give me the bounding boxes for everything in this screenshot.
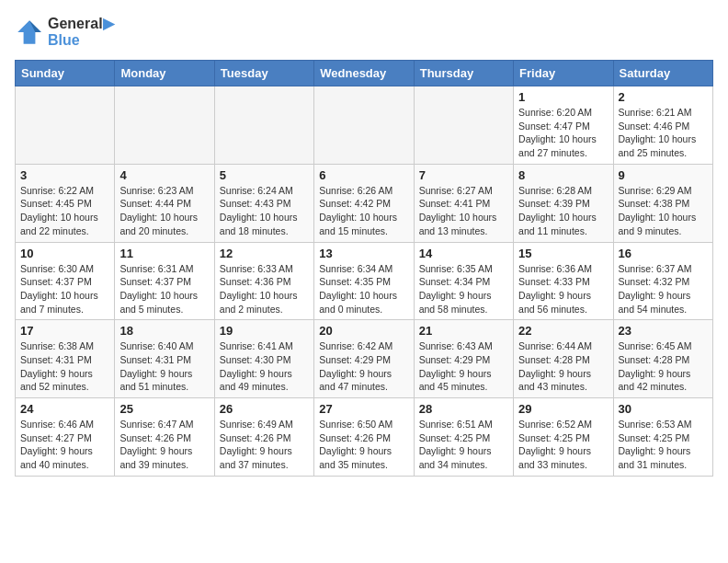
- day-cell-6: 6 Sunrise: 6:26 AM Sunset: 4:42 PM Dayli…: [314, 164, 414, 242]
- day-info: Sunrise: 6:35 AM Sunset: 4:34 PM Dayligh…: [419, 262, 508, 316]
- day-number: 8: [518, 168, 608, 182]
- weekday-header-sunday: Sunday: [16, 61, 115, 86]
- day-info: Sunrise: 6:30 AM Sunset: 4:37 PM Dayligh…: [20, 262, 109, 316]
- weekday-header-wednesday: Wednesday: [314, 61, 414, 86]
- day-info: Sunrise: 6:26 AM Sunset: 4:42 PM Dayligh…: [319, 184, 408, 238]
- day-number: 13: [319, 247, 408, 260]
- day-cell-2: 2 Sunrise: 6:21 AM Sunset: 4:46 PM Dayli…: [613, 86, 712, 165]
- day-cell-27: 27 Sunrise: 6:50 AM Sunset: 4:26 PM Dayl…: [314, 398, 414, 477]
- empty-cell: [214, 86, 313, 165]
- day-info: Sunrise: 6:44 AM Sunset: 4:28 PM Dayligh…: [518, 339, 608, 394]
- day-cell-25: 25 Sunrise: 6:47 AM Sunset: 4:26 PM Dayl…: [115, 398, 214, 477]
- day-cell-17: 17 Sunrise: 6:38 AM Sunset: 4:31 PM Dayl…: [16, 320, 115, 398]
- day-number: 25: [119, 402, 209, 416]
- weekday-header-row: SundayMondayTuesdayWednesdayThursdayFrid…: [16, 61, 713, 86]
- day-info: Sunrise: 6:49 AM Sunset: 4:26 PM Dayligh…: [220, 418, 309, 472]
- day-info: Sunrise: 6:53 AM Sunset: 4:25 PM Dayligh…: [619, 418, 708, 472]
- day-cell-18: 18 Sunrise: 6:40 AM Sunset: 4:31 PM Dayl…: [115, 320, 214, 398]
- day-info: Sunrise: 6:21 AM Sunset: 4:46 PM Dayligh…: [619, 106, 708, 160]
- day-info: Sunrise: 6:52 AM Sunset: 4:25 PM Dayligh…: [518, 418, 608, 472]
- day-cell-8: 8 Sunrise: 6:28 AM Sunset: 4:39 PM Dayli…: [514, 164, 613, 242]
- weekday-header-thursday: Thursday: [414, 61, 513, 86]
- day-number: 28: [419, 402, 508, 416]
- week-row-1: 1 Sunrise: 6:20 AM Sunset: 4:47 PM Dayli…: [16, 86, 713, 165]
- day-number: 30: [619, 402, 708, 416]
- day-info: Sunrise: 6:43 AM Sunset: 4:29 PM Dayligh…: [419, 339, 508, 394]
- day-info: Sunrise: 6:42 AM Sunset: 4:29 PM Dayligh…: [319, 339, 408, 394]
- day-cell-15: 15 Sunrise: 6:36 AM Sunset: 4:33 PM Dayl…: [514, 242, 613, 320]
- day-cell-24: 24 Sunrise: 6:46 AM Sunset: 4:27 PM Dayl…: [16, 398, 115, 477]
- day-info: Sunrise: 6:29 AM Sunset: 4:38 PM Dayligh…: [619, 184, 708, 238]
- day-number: 24: [20, 402, 109, 416]
- empty-cell: [115, 86, 214, 165]
- day-cell-12: 12 Sunrise: 6:33 AM Sunset: 4:36 PM Dayl…: [214, 242, 313, 320]
- day-info: Sunrise: 6:38 AM Sunset: 4:31 PM Dayligh…: [20, 339, 109, 394]
- weekday-header-friday: Friday: [514, 61, 613, 86]
- day-number: 7: [419, 168, 508, 182]
- day-cell-13: 13 Sunrise: 6:34 AM Sunset: 4:35 PM Dayl…: [314, 242, 414, 320]
- day-cell-3: 3 Sunrise: 6:22 AM Sunset: 4:45 PM Dayli…: [16, 164, 115, 242]
- day-info: Sunrise: 6:40 AM Sunset: 4:31 PM Dayligh…: [119, 339, 209, 394]
- day-number: 15: [518, 247, 608, 260]
- day-cell-7: 7 Sunrise: 6:27 AM Sunset: 4:41 PM Dayli…: [414, 164, 513, 242]
- day-cell-16: 16 Sunrise: 6:37 AM Sunset: 4:32 PM Dayl…: [613, 242, 712, 320]
- empty-cell: [314, 86, 414, 165]
- day-number: 20: [319, 324, 408, 338]
- week-row-5: 24 Sunrise: 6:46 AM Sunset: 4:27 PM Dayl…: [16, 398, 713, 477]
- day-cell-11: 11 Sunrise: 6:31 AM Sunset: 4:37 PM Dayl…: [115, 242, 214, 320]
- day-info: Sunrise: 6:23 AM Sunset: 4:44 PM Dayligh…: [119, 184, 209, 238]
- day-info: Sunrise: 6:34 AM Sunset: 4:35 PM Dayligh…: [319, 262, 408, 316]
- day-cell-22: 22 Sunrise: 6:44 AM Sunset: 4:28 PM Dayl…: [514, 320, 613, 398]
- logo-icon: [15, 17, 44, 47]
- day-cell-21: 21 Sunrise: 6:43 AM Sunset: 4:29 PM Dayl…: [414, 320, 513, 398]
- day-number: 27: [319, 402, 408, 416]
- day-number: 18: [119, 324, 209, 338]
- day-number: 11: [119, 247, 209, 260]
- day-cell-4: 4 Sunrise: 6:23 AM Sunset: 4:44 PM Dayli…: [115, 164, 214, 242]
- day-number: 22: [518, 324, 608, 338]
- day-cell-30: 30 Sunrise: 6:53 AM Sunset: 4:25 PM Dayl…: [613, 398, 712, 477]
- day-info: Sunrise: 6:45 AM Sunset: 4:28 PM Dayligh…: [619, 339, 708, 394]
- day-number: 17: [20, 324, 109, 338]
- day-cell-23: 23 Sunrise: 6:45 AM Sunset: 4:28 PM Dayl…: [613, 320, 712, 398]
- calendar-body: 1 Sunrise: 6:20 AM Sunset: 4:47 PM Dayli…: [16, 86, 713, 477]
- day-cell-29: 29 Sunrise: 6:52 AM Sunset: 4:25 PM Dayl…: [514, 398, 613, 477]
- day-info: Sunrise: 6:37 AM Sunset: 4:32 PM Dayligh…: [619, 262, 708, 316]
- week-row-3: 10 Sunrise: 6:30 AM Sunset: 4:37 PM Dayl…: [16, 242, 713, 320]
- day-number: 6: [319, 168, 408, 182]
- day-info: Sunrise: 6:27 AM Sunset: 4:41 PM Dayligh…: [419, 184, 508, 238]
- day-cell-26: 26 Sunrise: 6:49 AM Sunset: 4:26 PM Dayl…: [214, 398, 313, 477]
- day-info: Sunrise: 6:51 AM Sunset: 4:25 PM Dayligh…: [419, 418, 508, 472]
- day-cell-19: 19 Sunrise: 6:41 AM Sunset: 4:30 PM Dayl…: [214, 320, 313, 398]
- day-info: Sunrise: 6:46 AM Sunset: 4:27 PM Dayligh…: [20, 418, 109, 472]
- day-number: 2: [619, 90, 708, 104]
- logo-text: General▶ Blue: [48, 15, 114, 49]
- day-info: Sunrise: 6:47 AM Sunset: 4:26 PM Dayligh…: [119, 418, 209, 472]
- day-info: Sunrise: 6:41 AM Sunset: 4:30 PM Dayligh…: [220, 339, 309, 394]
- day-number: 5: [220, 168, 309, 182]
- day-info: Sunrise: 6:50 AM Sunset: 4:26 PM Dayligh…: [319, 418, 408, 472]
- day-cell-14: 14 Sunrise: 6:35 AM Sunset: 4:34 PM Dayl…: [414, 242, 513, 320]
- day-number: 3: [20, 168, 109, 182]
- day-number: 29: [518, 402, 608, 416]
- page-header: General▶ Blue: [15, 15, 713, 49]
- day-info: Sunrise: 6:31 AM Sunset: 4:37 PM Dayligh…: [119, 262, 209, 316]
- day-info: Sunrise: 6:36 AM Sunset: 4:33 PM Dayligh…: [518, 262, 608, 316]
- logo: General▶ Blue: [15, 15, 114, 49]
- empty-cell: [16, 86, 115, 165]
- day-info: Sunrise: 6:20 AM Sunset: 4:47 PM Dayligh…: [518, 106, 608, 160]
- day-cell-20: 20 Sunrise: 6:42 AM Sunset: 4:29 PM Dayl…: [314, 320, 414, 398]
- calendar-table: SundayMondayTuesdayWednesdayThursdayFrid…: [15, 60, 713, 477]
- day-number: 16: [619, 247, 708, 260]
- day-number: 12: [220, 247, 309, 260]
- day-info: Sunrise: 6:24 AM Sunset: 4:43 PM Dayligh…: [220, 184, 309, 238]
- day-number: 10: [20, 247, 109, 260]
- day-number: 1: [518, 90, 608, 104]
- day-info: Sunrise: 6:28 AM Sunset: 4:39 PM Dayligh…: [518, 184, 608, 238]
- day-number: 23: [619, 324, 708, 338]
- day-cell-10: 10 Sunrise: 6:30 AM Sunset: 4:37 PM Dayl…: [16, 242, 115, 320]
- day-cell-1: 1 Sunrise: 6:20 AM Sunset: 4:47 PM Dayli…: [514, 86, 613, 165]
- empty-cell: [414, 86, 513, 165]
- day-cell-9: 9 Sunrise: 6:29 AM Sunset: 4:38 PM Dayli…: [613, 164, 712, 242]
- day-number: 26: [220, 402, 309, 416]
